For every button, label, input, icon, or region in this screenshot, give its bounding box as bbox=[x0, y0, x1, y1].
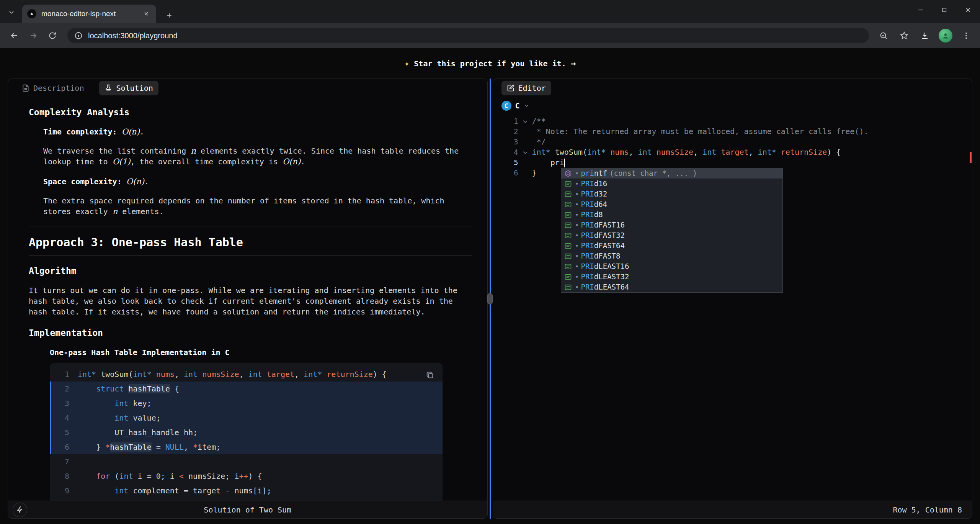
window-maximize-icon[interactable] bbox=[933, 0, 956, 20]
editor-line-number: 6 bbox=[493, 168, 518, 178]
code-token: numsSize bbox=[202, 370, 239, 379]
monaco-editor[interactable]: 1/**2 * Note: The returned array must be… bbox=[493, 114, 972, 501]
suggestion-item[interactable]: •PRId16 bbox=[561, 178, 782, 189]
forward-icon[interactable] bbox=[24, 26, 43, 45]
code-token bbox=[78, 399, 114, 408]
math-expression: O(n) bbox=[283, 157, 301, 166]
panel-resizer[interactable] bbox=[488, 79, 493, 519]
suggestion-item[interactable]: •printf(const char *, ... ) bbox=[561, 168, 782, 178]
address-bar[interactable]: localhost:3000/playground bbox=[67, 28, 869, 43]
tab-editor-label: Editor bbox=[518, 84, 546, 93]
code-token: } bbox=[532, 168, 537, 177]
tab-search-chevron-icon[interactable] bbox=[6, 7, 17, 18]
code-token: } bbox=[78, 442, 105, 452]
editor-line[interactable]: 3 */ bbox=[493, 137, 972, 147]
code-token: complement = target bbox=[128, 486, 225, 495]
site-info-icon[interactable] bbox=[74, 31, 83, 40]
code-token: target bbox=[267, 370, 294, 379]
line-number: 3 bbox=[51, 396, 69, 411]
solution-document[interactable]: Complexity Analysis Time complexity: O(n… bbox=[8, 97, 487, 501]
tab-close-icon[interactable] bbox=[141, 8, 152, 19]
suggestion-item[interactable]: •PRId8 bbox=[561, 210, 782, 220]
complexity-section: Time complexity: O(n). We traverse the l… bbox=[29, 126, 472, 217]
algorithm-paragraph: It turns out we can do it in one-pass. W… bbox=[29, 285, 472, 317]
code-token: ++ bbox=[239, 472, 248, 481]
code-token: pri bbox=[532, 158, 564, 167]
code-token bbox=[262, 370, 267, 379]
suggestion-item[interactable]: •PRIdLEAST64 bbox=[561, 282, 782, 292]
editor-line[interactable]: 1/** bbox=[493, 116, 972, 126]
code-token: int bbox=[184, 370, 198, 379]
browser-tab[interactable]: monaco-editor-lsp-next bbox=[22, 5, 156, 23]
browser-toolbar: localhost:3000/playground bbox=[0, 23, 980, 48]
tab-editor[interactable]: Editor bbox=[501, 81, 551, 95]
code-block: 1int* twoSum(int* nums, int numsSize, in… bbox=[50, 363, 443, 501]
language-label: C bbox=[515, 101, 520, 110]
star-banner-link[interactable]: ✦ Star this project if you like it. → bbox=[0, 48, 980, 79]
code-token: int* bbox=[304, 370, 322, 379]
space-complexity-label: Space complexity: bbox=[43, 177, 126, 186]
suggestion-item[interactable]: •PRIdLEAST32 bbox=[561, 272, 782, 282]
space-complexity-paragraph: The extra space required depends on the … bbox=[43, 195, 472, 217]
function-icon bbox=[564, 169, 573, 178]
code-token bbox=[322, 370, 327, 379]
code-token bbox=[124, 384, 128, 393]
editor-line[interactable]: 5 pri bbox=[493, 157, 972, 168]
line-number: 4 bbox=[51, 411, 69, 425]
code-token bbox=[652, 147, 657, 157]
reload-icon[interactable] bbox=[43, 26, 62, 45]
sparkles-icon: ✦ bbox=[404, 59, 409, 68]
section-divider bbox=[29, 226, 472, 226]
download-icon[interactable] bbox=[916, 26, 934, 45]
cursor-position: Row 5, Column 8 bbox=[893, 505, 962, 514]
suggestion-label: PRIdFAST64 bbox=[581, 241, 625, 251]
suggestion-detail: (const char *, ... ) bbox=[609, 168, 697, 178]
window-close-icon[interactable] bbox=[956, 0, 980, 20]
fold-chevron-icon[interactable] bbox=[522, 118, 528, 124]
zoom-icon[interactable] bbox=[874, 26, 893, 45]
resizer-grip-handle[interactable] bbox=[487, 293, 493, 305]
back-icon[interactable] bbox=[5, 26, 24, 45]
suggestion-item[interactable]: •PRId32 bbox=[561, 189, 782, 199]
language-selector[interactable]: C C bbox=[493, 97, 972, 114]
window-minimize-icon[interactable] bbox=[909, 0, 933, 20]
suggestion-dot: • bbox=[575, 220, 579, 230]
profile-avatar[interactable] bbox=[939, 29, 952, 43]
macro-icon bbox=[564, 241, 573, 251]
suggestion-dot: • bbox=[575, 168, 579, 178]
suggestion-item[interactable]: •PRIdFAST32 bbox=[561, 230, 782, 241]
code-token: nums bbox=[610, 147, 629, 157]
suggestion-label: PRIdLEAST64 bbox=[581, 282, 629, 292]
suggestion-item[interactable]: •PRIdFAST16 bbox=[561, 220, 782, 230]
approach-heading: Approach 3: One-pass Hash Table bbox=[29, 236, 472, 256]
code-token: < bbox=[179, 472, 184, 481]
code-token bbox=[606, 147, 610, 157]
code-token bbox=[716, 147, 721, 157]
suggestion-dot: • bbox=[575, 272, 579, 282]
editor-line-number: 4 bbox=[493, 147, 518, 157]
suggestion-item[interactable]: •PRIdLEAST16 bbox=[561, 261, 782, 272]
code-line: 6 } *hashTable = NULL, *item; bbox=[50, 440, 443, 454]
macro-icon bbox=[564, 262, 573, 271]
code-token: numsSize bbox=[657, 147, 693, 157]
left-panel: Description Solution Complexity Analysis… bbox=[8, 79, 488, 519]
left-panel-tabs: Description Solution bbox=[8, 79, 487, 97]
tab-description[interactable]: Description bbox=[16, 81, 89, 95]
tab-solution[interactable]: Solution bbox=[99, 81, 158, 95]
copy-icon[interactable] bbox=[423, 368, 437, 382]
code-token bbox=[78, 384, 96, 393]
editor-line[interactable]: 2 * Note: The returned array must be mal… bbox=[493, 126, 972, 137]
code-token: , bbox=[184, 442, 193, 452]
code-token: , bbox=[294, 370, 304, 379]
bookmark-star-icon[interactable] bbox=[895, 26, 913, 45]
suggestion-item[interactable]: •PRIdFAST64 bbox=[561, 241, 782, 251]
tab-description-label: Description bbox=[33, 84, 84, 93]
suggestion-item[interactable]: •PRId64 bbox=[561, 199, 782, 210]
suggestion-item[interactable]: •PRIdFAST8 bbox=[561, 251, 782, 261]
new-tab-button[interactable] bbox=[162, 8, 176, 22]
menu-kebab-icon[interactable] bbox=[957, 26, 975, 45]
lightning-button[interactable] bbox=[13, 503, 27, 517]
line-number: 8 bbox=[51, 469, 69, 483]
fold-chevron-icon[interactable] bbox=[522, 149, 528, 156]
editor-line[interactable]: 4int* twoSum(int* nums, int numsSize, in… bbox=[493, 147, 972, 157]
